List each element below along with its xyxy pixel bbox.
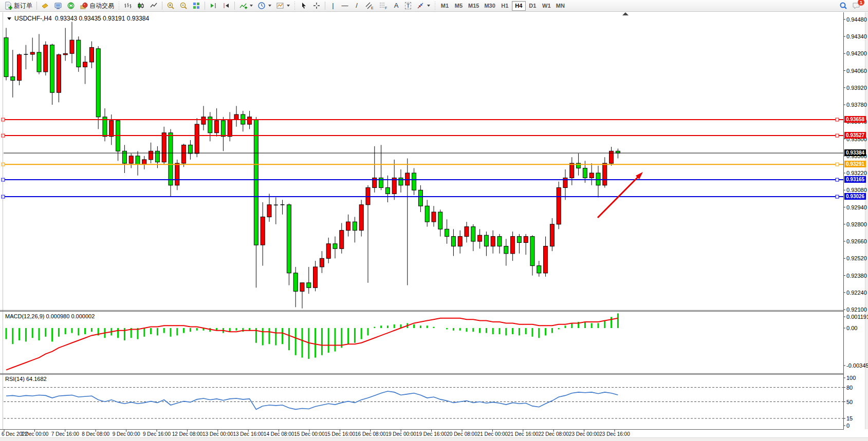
macd-axis-label: 0.00 — [846, 325, 857, 331]
panel-separator — [0, 311, 844, 312]
rsi-axis-label: 50 — [846, 399, 853, 405]
panel-separator — [0, 374, 844, 375]
line-drag-handle[interactable] — [2, 195, 5, 198]
price-line-tag: 0.93291 — [844, 161, 866, 167]
candle-body-bearish — [221, 121, 225, 137]
candle-body-bullish — [313, 267, 318, 287]
price-line-tag: 0.93026 — [844, 193, 866, 200]
candle-body-bearish — [287, 205, 291, 273]
candle-body-bearish — [136, 156, 140, 165]
candle-body-bearish — [169, 133, 173, 185]
panel-separator[interactable] — [0, 373, 844, 374]
time-axis-label: 8 Dec 08:00 — [82, 431, 109, 437]
candle-body-bearish — [307, 283, 311, 288]
time-axis-label: 9 Dec 16:00 — [143, 431, 171, 437]
price-axis-label: 0.94340 — [846, 33, 867, 40]
candle-body-bearish — [616, 151, 620, 153]
chart-ohlc-values: 0.93343 0.93435 0.93191 0.93384 — [55, 15, 150, 22]
price-line-tag: 0.93527 — [844, 132, 866, 139]
line-drag-handle[interactable] — [2, 163, 5, 166]
price-axis-label: 0.92940 — [846, 204, 867, 210]
chart-canvas[interactable] — [0, 0, 868, 441]
line-drag-handle[interactable] — [2, 134, 5, 137]
candle-body-bearish — [293, 273, 298, 292]
candle-body-bearish — [471, 227, 475, 242]
price-axis-label: 0.92660 — [846, 238, 867, 244]
panel-separator[interactable] — [0, 310, 844, 311]
symbol-dropdown-icon[interactable] — [7, 17, 11, 20]
macd-axis-label: 0.001191 — [846, 314, 868, 320]
time-axis-label: 13 Dec 16:00 — [233, 431, 264, 437]
candle-body-bullish — [478, 235, 482, 241]
candle-body-bullish — [70, 40, 74, 53]
chart-symbol-period: USDCHF-,H4 — [14, 15, 52, 22]
candle-body-bullish — [550, 224, 554, 246]
candle-body-bearish — [37, 52, 41, 72]
line-drag-handle[interactable] — [836, 134, 839, 137]
candle-body-bullish — [109, 121, 114, 137]
candle-body-bullish — [234, 114, 238, 120]
time-axis-label: 15 Dec 16:00 — [325, 431, 356, 437]
candle-body-bullish — [149, 151, 153, 160]
candle-body-bearish — [50, 45, 54, 93]
candle-body-bullish — [182, 145, 186, 163]
candle-body-bearish — [399, 178, 403, 185]
line-drag-handle[interactable] — [836, 195, 839, 198]
time-axis-label: 7 Dec 16:00 — [51, 431, 79, 437]
candle-body-bullish — [465, 227, 469, 237]
candle-body-bearish — [517, 237, 521, 243]
time-axis-label: 21 Dec 00:00 — [477, 431, 508, 437]
candle-body-bullish — [346, 222, 350, 231]
macd-signal-line — [6, 318, 618, 370]
line-drag-handle[interactable] — [836, 118, 839, 121]
time-axis-border — [0, 429, 844, 430]
candle-body-bearish — [333, 244, 337, 249]
candle-body-bearish — [385, 188, 390, 194]
candle-body-bullish — [524, 237, 528, 243]
time-axis-label: 19 Dec 16:00 — [416, 431, 447, 437]
candle-body-bearish — [412, 173, 416, 190]
candle-body-bullish — [589, 173, 594, 178]
candle-body-bullish — [215, 121, 219, 133]
candle-body-bullish — [30, 52, 34, 54]
time-axis-label: 12 Dec 08:00 — [172, 431, 203, 437]
window-bottom-edge — [0, 437, 868, 441]
time-axis-label: 22 Dec 08:00 — [538, 431, 569, 437]
time-axis-label: 19 Dec 00:00 — [385, 431, 416, 437]
macd-axis-label: -0.003457 — [846, 362, 868, 369]
chart-left-border — [3, 12, 3, 429]
candle-body-bullish — [491, 237, 495, 246]
chart-shift-marker[interactable] — [622, 12, 629, 15]
line-drag-handle[interactable] — [2, 178, 5, 181]
line-drag-handle[interactable] — [836, 163, 839, 166]
candle-body-bullish — [557, 188, 561, 224]
time-axis-label: 7 Dec 00:00 — [21, 431, 48, 437]
price-line-tag: 0.93658 — [844, 116, 866, 123]
candle-body-bearish — [77, 40, 81, 67]
candle-body-bearish — [497, 237, 502, 246]
rsi-axis-label: 15 — [846, 415, 853, 421]
candle-body-bullish — [162, 133, 166, 162]
price-axis-label: 0.92380 — [846, 273, 867, 279]
time-axis-label: 21 Dec 16:00 — [508, 431, 539, 437]
candle-body-bearish — [254, 120, 258, 245]
candle-body-bearish — [596, 173, 600, 185]
rsi-axis-label: 0 — [846, 423, 849, 429]
candle-body-bullish — [201, 117, 206, 124]
candle-body-bullish — [432, 212, 436, 222]
price-axis-label: 0.93780 — [846, 102, 867, 108]
candle-body-bearish — [438, 212, 442, 229]
candle-body-bearish — [96, 49, 100, 117]
rsi-line — [6, 391, 618, 409]
price-axis-label: 0.92240 — [846, 290, 867, 296]
line-drag-handle[interactable] — [836, 178, 839, 181]
candle-body-bearish — [445, 229, 449, 236]
candle-body-bearish — [583, 168, 587, 178]
candle-body-bullish — [63, 53, 67, 54]
candle-body-bearish — [484, 235, 488, 246]
price-axis-label: 0.94480 — [846, 16, 867, 23]
time-axis-label: 15 Dec 00:00 — [294, 431, 325, 437]
mt4-application-window: 新订单 — [0, 0, 868, 441]
line-drag-handle[interactable] — [2, 118, 5, 121]
candle-body-bullish — [320, 258, 324, 267]
